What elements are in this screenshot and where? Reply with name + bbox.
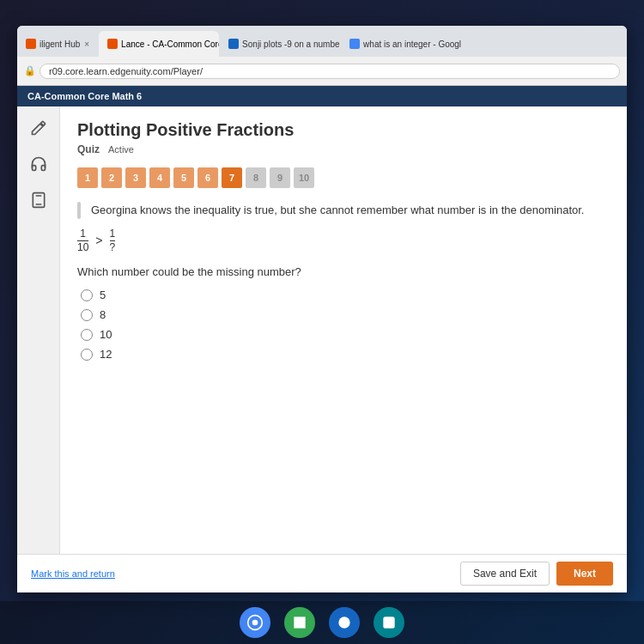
save-exit-button[interactable]: Save and Exit — [460, 562, 550, 586]
q-num-5[interactable]: 5 — [173, 167, 194, 188]
svg-point-9 — [252, 620, 258, 626]
question-bar — [77, 202, 81, 219]
choice-12[interactable]: 12 — [81, 348, 610, 361]
q-num-4[interactable]: 4 — [149, 167, 170, 188]
mark-return-link[interactable]: Mark this and return — [31, 568, 115, 579]
right-fraction: 1 ? — [110, 228, 116, 254]
pencil-tool[interactable] — [26, 115, 52, 141]
question-numbers: 1 2 3 4 5 6 7 8 9 10 — [77, 167, 610, 188]
lock-icon: 🔒 — [24, 65, 36, 76]
tab-favicon-google — [349, 39, 360, 49]
tab-iligent-hub[interactable]: iligent Hub × — [17, 31, 98, 57]
choice-8[interactable]: 8 — [81, 308, 610, 321]
headphone-tool[interactable] — [26, 151, 52, 177]
question-text: Georgina knows the inequality is true, b… — [91, 202, 584, 219]
content-area: CA-Common Core Math 6 — [17, 86, 627, 592]
tab-sonji[interactable]: Sonji plots -9 on a number line × — [220, 31, 340, 57]
answer-choices: 5 8 10 12 — [81, 289, 610, 361]
q-num-9: 9 — [270, 167, 290, 188]
tab-favicon-sonji — [228, 39, 239, 49]
next-button[interactable]: Next — [556, 562, 613, 586]
left-fraction: 1 10 — [77, 228, 88, 254]
choice-5-label: 5 — [100, 289, 106, 301]
right-numerator: 1 — [110, 228, 116, 241]
taskbar-chrome[interactable] — [240, 607, 270, 638]
choice-5[interactable]: 5 — [81, 289, 610, 301]
q-num-7[interactable]: 7 — [222, 167, 242, 188]
left-denominator: 10 — [77, 241, 88, 253]
page-title: Plotting Positive Fractions — [77, 120, 610, 140]
course-header: CA-Common Core Math 6 — [17, 86, 627, 106]
right-denominator: ? — [110, 241, 116, 253]
radio-8[interactable] — [81, 309, 93, 321]
tab-google[interactable]: what is an integer - Google Sear... × — [341, 31, 461, 57]
main-body: Plotting Positive Fractions Quiz Active … — [17, 106, 627, 554]
q-num-2[interactable]: 2 — [101, 167, 122, 188]
tab-bar: iligent Hub × Lance - CA-Common Core Mat… — [17, 26, 627, 57]
taskbar-files[interactable] — [284, 607, 315, 638]
tab-favicon-math — [107, 39, 118, 49]
active-badge: Active — [108, 144, 134, 155]
left-numerator: 1 — [77, 228, 88, 241]
which-number-text: Which number could be the missing number… — [77, 265, 610, 278]
quiz-content: Plotting Positive Fractions Quiz Active … — [60, 106, 627, 554]
radio-5[interactable] — [81, 289, 93, 301]
q-num-1[interactable]: 1 — [77, 167, 98, 188]
choice-12-label: 12 — [100, 348, 112, 361]
bottom-bar: Mark this and return Save and Exit Next — [17, 554, 627, 592]
question-container: Georgina knows the inequality is true, b… — [77, 202, 610, 219]
tab-close-hub[interactable]: × — [84, 39, 89, 49]
course-name: CA-Common Core Math 6 — [27, 91, 142, 101]
q-num-6[interactable]: 6 — [197, 167, 218, 188]
choice-10-label: 10 — [100, 328, 112, 341]
quiz-label: Quiz — [77, 143, 100, 155]
inequality-operator: > — [95, 234, 102, 247]
tab-favicon-hub — [26, 39, 36, 49]
quiz-meta: Quiz Active — [77, 143, 610, 155]
radio-12[interactable] — [81, 349, 93, 361]
url-input[interactable]: r09.core.learn.edgenuity.com/Player/ — [39, 64, 620, 79]
taskbar — [0, 601, 644, 644]
calculator-tool[interactable] — [26, 187, 52, 213]
choice-10[interactable]: 10 — [81, 328, 610, 341]
taskbar-app1[interactable] — [329, 607, 360, 638]
sidebar — [17, 106, 60, 554]
browser-window: iligent Hub × Lance - CA-Common Core Mat… — [17, 26, 627, 592]
svg-point-10 — [338, 617, 349, 628]
q-num-8: 8 — [246, 167, 266, 188]
math-expression: 1 10 > 1 ? — [77, 228, 610, 254]
q-num-3[interactable]: 3 — [125, 167, 146, 188]
svg-rect-11 — [383, 617, 394, 628]
bottom-buttons: Save and Exit Next — [460, 562, 613, 586]
tab-lance-math[interactable]: Lance - CA-Common Core Math × — [99, 31, 219, 57]
address-bar: 🔒 r09.core.learn.edgenuity.com/Player/ — [17, 57, 627, 86]
q-num-10: 10 — [294, 167, 314, 188]
radio-10[interactable] — [81, 329, 93, 341]
taskbar-app2[interactable] — [374, 607, 404, 638]
choice-8-label: 8 — [100, 308, 106, 321]
